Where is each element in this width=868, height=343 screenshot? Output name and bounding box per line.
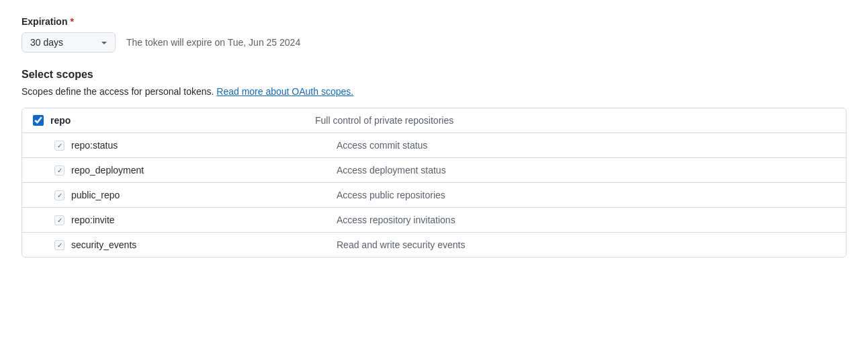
scope-desc-public-repo: Access public repositories (337, 190, 835, 200)
scope-name-repo-deployment: repo_deployment (71, 165, 144, 176)
scope-desc-repo-status: Access commit status (337, 140, 835, 151)
scope-row-repo-deployment: repo_deployment Access deployment status (22, 158, 846, 183)
expiration-select[interactable]: 7 days 30 days 60 days 90 days Custom... (21, 32, 116, 52)
scope-name-security-events: security_events (71, 239, 136, 250)
scope-desc-repo-deployment: Access deployment status (337, 165, 835, 176)
checkbox-repo-invite[interactable] (54, 215, 64, 225)
scope-desc-security-events: Read and write security events (337, 239, 835, 250)
scope-row-repo-status: repo:status Access commit status (22, 133, 846, 158)
checkbox-repo-deployment[interactable] (54, 165, 64, 176)
scope-name-repo: repo (50, 115, 71, 126)
scope-row-public-repo: public_repo Access public repositories (22, 183, 846, 208)
scope-desc-repo-invite: Access repository invitations (337, 215, 835, 225)
scopes-title: Select scopes (21, 69, 847, 81)
scope-name-repo-status: repo:status (71, 140, 118, 151)
checkbox-security-events[interactable] (54, 240, 64, 250)
expiry-text: The token will expire on Tue, Jun 25 202… (126, 37, 300, 48)
scope-row-security-events: security_events Read and write security … (22, 233, 846, 257)
required-star: * (70, 16, 73, 27)
scope-name-public-repo: public_repo (71, 190, 120, 200)
read-more-link[interactable]: Read more about OAuth scopes. (216, 86, 353, 97)
checkbox-repo[interactable] (33, 115, 44, 126)
checkbox-public-repo[interactable] (54, 190, 64, 200)
scopes-section: Select scopes Scopes define the access f… (21, 69, 847, 258)
scopes-table: repo Full control of private repositorie… (21, 108, 847, 258)
expiration-label: Expiration * (21, 16, 847, 27)
checkbox-repo-status[interactable] (54, 141, 64, 151)
scope-desc-repo: Full control of private repositories (315, 115, 835, 126)
expiration-section: Expiration * 7 days 30 days 60 days 90 d… (21, 16, 847, 52)
scope-name-repo-invite: repo:invite (71, 215, 115, 225)
scope-row-repo-invite: repo:invite Access repository invitation… (22, 208, 846, 233)
scope-row-repo: repo Full control of private repositorie… (22, 108, 846, 133)
scopes-description: Scopes define the access for personal to… (21, 86, 847, 97)
